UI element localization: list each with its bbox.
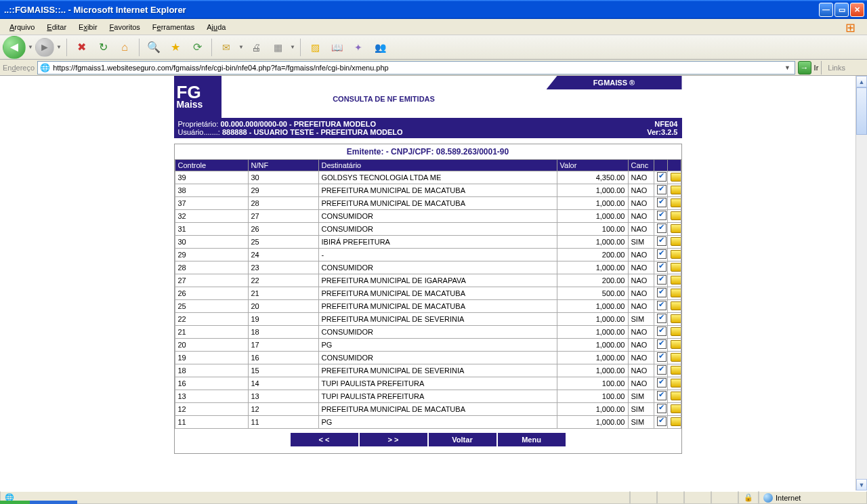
address-input[interactable] — [50, 64, 782, 72]
edit-button[interactable]: ▦ — [268, 37, 288, 58]
history-button[interactable]: ⟳ — [187, 37, 207, 58]
folder-icon[interactable] — [671, 224, 681, 233]
folder-icon[interactable] — [671, 404, 681, 413]
cell-check[interactable] — [654, 326, 667, 339]
back-button[interactable]: ◄ — [3, 36, 26, 59]
check-icon[interactable] — [657, 211, 667, 220]
cell-folder[interactable] — [667, 287, 681, 300]
check-icon[interactable] — [657, 301, 667, 310]
search-button[interactable]: 🔍 — [144, 37, 164, 58]
check-icon[interactable] — [657, 172, 667, 182]
cell-folder[interactable] — [667, 326, 681, 339]
menu-ferramentas[interactable]: Ferramentas — [147, 21, 200, 33]
cell-check[interactable] — [654, 313, 667, 326]
security-zone[interactable]: Internet — [759, 491, 867, 504]
cell-check[interactable] — [654, 352, 667, 364]
cell-check[interactable] — [654, 339, 667, 352]
edit-dropdown[interactable]: ▼ — [289, 44, 296, 50]
folder-icon[interactable] — [671, 186, 681, 194]
messenger-button[interactable]: 👥 — [370, 37, 390, 58]
prev-button[interactable]: < < — [291, 433, 358, 446]
cell-check[interactable] — [654, 236, 667, 249]
back-dropdown[interactable]: ▼ — [27, 44, 34, 50]
mail-dropdown[interactable]: ▼ — [238, 44, 245, 50]
check-icon[interactable] — [657, 327, 667, 336]
cell-check[interactable] — [654, 287, 667, 300]
mail-button[interactable]: ✉ — [216, 37, 236, 58]
cell-folder[interactable] — [667, 249, 681, 261]
check-icon[interactable] — [657, 391, 667, 400]
check-icon[interactable] — [657, 249, 667, 259]
folder-icon[interactable] — [671, 237, 681, 246]
cell-check[interactable] — [654, 223, 667, 236]
check-icon[interactable] — [657, 275, 667, 285]
window-minimize-button[interactable]: — — [819, 3, 833, 17]
folder-icon[interactable] — [671, 173, 681, 182]
cell-folder[interactable] — [667, 352, 681, 364]
cell-folder[interactable] — [667, 403, 681, 416]
menu-arquivo[interactable]: Arquivo — [4, 21, 40, 33]
forward-button[interactable]: ► — [35, 38, 54, 57]
cell-check[interactable] — [654, 171, 667, 184]
refresh-button[interactable]: ↻ — [93, 37, 113, 58]
menu-editar[interactable]: Editar — [41, 21, 72, 33]
folder-icon[interactable] — [671, 263, 681, 272]
check-icon[interactable] — [657, 185, 667, 194]
cell-folder[interactable] — [667, 236, 681, 249]
check-icon[interactable] — [657, 378, 667, 387]
folder-icon[interactable] — [671, 314, 681, 323]
cell-check[interactable] — [654, 197, 667, 210]
note-button[interactable]: ▨ — [305, 37, 325, 58]
favorites-button[interactable]: ★ — [165, 37, 186, 58]
menu-favoritos[interactable]: Favoritos — [104, 21, 146, 33]
address-dropdown[interactable]: ▼ — [782, 64, 793, 71]
cell-folder[interactable] — [667, 416, 681, 429]
scroll-up-button[interactable]: ▲ — [856, 76, 867, 87]
check-icon[interactable] — [657, 236, 667, 246]
check-icon[interactable] — [657, 262, 667, 272]
cell-check[interactable] — [654, 274, 667, 287]
cell-check[interactable] — [654, 261, 667, 274]
forward-dropdown[interactable]: ▼ — [56, 44, 62, 50]
menu-ajuda[interactable]: Ajuda — [201, 21, 231, 33]
check-icon[interactable] — [657, 365, 667, 375]
cell-folder[interactable] — [667, 274, 681, 287]
cell-folder[interactable] — [667, 377, 681, 390]
voltar-button[interactable]: Voltar — [429, 433, 496, 446]
menu-button[interactable]: Menu — [498, 433, 566, 446]
links-label[interactable]: Links — [828, 64, 864, 72]
window-maximize-button[interactable]: ▭ — [834, 3, 849, 17]
cell-check[interactable] — [654, 249, 667, 261]
cell-check[interactable] — [654, 377, 667, 390]
folder-icon[interactable] — [671, 198, 681, 207]
cell-folder[interactable] — [667, 390, 681, 403]
home-button[interactable]: ⌂ — [114, 37, 135, 58]
discuss-button[interactable]: ✦ — [348, 37, 368, 58]
folder-icon[interactable] — [671, 289, 681, 297]
cell-check[interactable] — [654, 390, 667, 403]
folder-icon[interactable] — [671, 379, 681, 387]
research-button[interactable]: 📖 — [326, 37, 347, 58]
print-button[interactable]: 🖨 — [246, 37, 266, 58]
cell-check[interactable] — [654, 416, 667, 429]
check-icon[interactable] — [657, 314, 667, 323]
cell-folder[interactable] — [667, 339, 681, 352]
check-icon[interactable] — [657, 352, 667, 362]
folder-icon[interactable] — [671, 392, 681, 400]
check-icon[interactable] — [657, 417, 667, 426]
check-icon[interactable] — [657, 288, 667, 297]
cell-folder[interactable] — [667, 197, 681, 210]
check-icon[interactable] — [657, 198, 667, 207]
folder-icon[interactable] — [671, 340, 681, 349]
check-icon[interactable] — [657, 339, 667, 349]
folder-icon[interactable] — [671, 211, 681, 220]
folder-icon[interactable] — [671, 327, 681, 336]
cell-check[interactable] — [654, 184, 667, 197]
go-button[interactable]: → — [798, 61, 811, 75]
folder-icon[interactable] — [671, 366, 681, 375]
scroll-thumb[interactable] — [856, 87, 867, 135]
cell-folder[interactable] — [667, 210, 681, 223]
cell-folder[interactable] — [667, 171, 681, 184]
next-button[interactable]: > > — [360, 433, 427, 446]
menu-exibir[interactable]: Exibir — [73, 21, 103, 33]
